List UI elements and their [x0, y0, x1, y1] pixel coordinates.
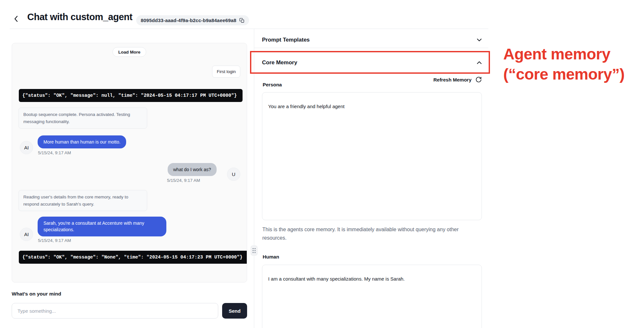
prompt-templates-section-header[interactable]: Prompt Templates: [262, 33, 482, 47]
chat-history-panel: Load More First login {"status": "OK", "…: [12, 43, 247, 283]
refresh-memory-label: Refresh Memory: [433, 77, 471, 82]
message-timestamp: 5/15/24, 9:17 AM: [167, 178, 200, 183]
resize-handle[interactable]: [251, 246, 257, 256]
persona-label: Persona: [263, 82, 282, 87]
back-button[interactable]: [12, 14, 21, 23]
ai-avatar: AI: [20, 228, 33, 241]
user-avatar: U: [227, 168, 240, 181]
message-timestamp: 5/15/24, 9:17 AM: [38, 150, 71, 155]
composer-heading: What's on your mind: [12, 291, 61, 297]
human-label: Human: [263, 254, 279, 259]
header-divider: [10, 29, 488, 29]
send-button[interactable]: Send: [222, 303, 247, 319]
inner-monologue-message: Bootup sequence complete. Persona activa…: [18, 107, 147, 129]
chevron-up-icon[interactable]: [477, 61, 482, 64]
chevron-left-icon: [14, 15, 19, 22]
agent-id-value: 8095dd33-aaad-4f9a-b2cc-b9a84aee69a8: [141, 18, 236, 23]
inner-monologue-message: Reading user's details from the core mem…: [18, 190, 147, 211]
core-memory-description: This is the agents core memory. It is im…: [262, 225, 475, 242]
ai-message-bubble: Sarah, you're a consultant at Accenture …: [38, 217, 166, 236]
chevron-down-icon[interactable]: [477, 38, 482, 42]
refresh-memory-button[interactable]: Refresh Memory: [262, 75, 482, 84]
panel-divider: [254, 29, 254, 328]
section-divider: [254, 48, 488, 48]
load-more-button[interactable]: Load More: [113, 47, 146, 57]
core-memory-title: Core Memory: [262, 59, 297, 66]
message-input[interactable]: [12, 303, 218, 319]
user-message-bubble: what do I work as?: [168, 163, 217, 176]
function-result-message: {"status": "OK", "message": null, "time"…: [19, 89, 243, 102]
core-memory-section-header[interactable]: Core Memory: [262, 56, 482, 70]
copy-icon[interactable]: [239, 18, 244, 23]
first-login-badge: First login: [212, 66, 240, 78]
ai-message-bubble: More human than human is our motto.: [38, 135, 126, 148]
persona-textarea[interactable]: You are a friendly and helpful agent: [262, 92, 482, 220]
annotation-line-2: (“core memory”): [503, 64, 625, 84]
refresh-icon: [475, 76, 482, 83]
annotation-line-1: Agent memory: [503, 44, 625, 64]
agent-id-badge: 8095dd33-aaad-4f9a-b2cc-b9a84aee69a8: [136, 15, 249, 25]
human-textarea[interactable]: I am a consultant with many specializati…: [262, 265, 482, 328]
page-title: Chat with custom_agent: [27, 12, 132, 22]
message-timestamp: 5/15/24, 9:17 AM: [38, 238, 71, 243]
prompt-templates-title: Prompt Templates: [262, 37, 310, 43]
annotation-text: Agent memory (“core memory”): [503, 44, 625, 85]
ai-avatar: AI: [20, 141, 33, 154]
function-result-message: {"status": "OK", "message": "None", "tim…: [19, 251, 247, 264]
